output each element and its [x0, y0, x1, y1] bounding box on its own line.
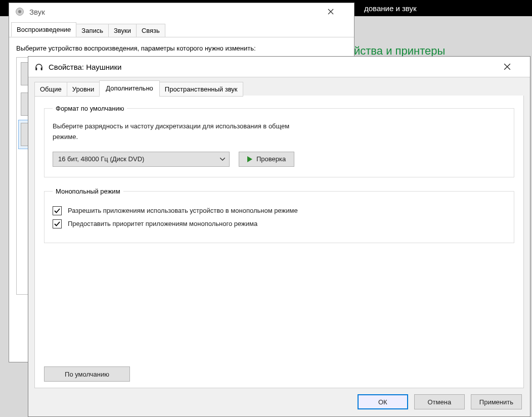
ok-button[interactable]: ОК [358, 394, 408, 409]
checkbox-allow-exclusive-label: Разрешить приложениям использовать устро… [68, 207, 298, 214]
apply-button-label: Применить [479, 398, 513, 406]
sound-titlebar[interactable]: Звук [9, 3, 354, 20]
close-icon [504, 63, 511, 70]
tab-spatial[interactable]: Пространственный звук [159, 82, 243, 97]
cancel-button-label: Отмена [428, 398, 452, 406]
tab-playback-label: Воспроизведение [17, 26, 71, 33]
apply-button[interactable]: Применить [471, 394, 522, 409]
checkbox-priority-row: Предоставить приоритет приложениям моноп… [53, 219, 506, 228]
tab-comm[interactable]: Связь [136, 24, 165, 37]
checkmark-icon [54, 221, 60, 227]
properties-window: Свойства: Наушники Общие Уровни Дополнит… [28, 57, 530, 416]
tab-recording[interactable]: Запись [76, 24, 109, 37]
ok-button-label: ОК [378, 398, 387, 406]
properties-content: Общие Уровни Дополнительно Пространствен… [28, 77, 530, 416]
tab-general[interactable]: Общие [34, 82, 67, 97]
play-icon [247, 156, 252, 162]
sound-hint: Выберите устройство воспроизведения, пар… [16, 44, 347, 52]
default-format-legend: Формат по умолчанию [53, 105, 127, 112]
headphones-icon [34, 62, 43, 71]
checkmark-icon [54, 208, 60, 214]
panel-spacer [44, 253, 514, 366]
properties-titlebar[interactable]: Свойства: Наушники [28, 57, 530, 77]
checkbox-exclusive-priority-label: Предоставить приоритет приложениям моноп… [68, 220, 257, 227]
background-link-text: йства и принтеры [354, 44, 445, 57]
test-button-label: Проверка [256, 155, 286, 163]
format-selected-value: 16 бит, 48000 Гц (Диск DVD) [58, 155, 144, 163]
tab-sounds[interactable]: Звуки [108, 24, 137, 37]
properties-close-button[interactable] [504, 63, 524, 70]
dialog-footer: ОК Отмена Применить [34, 388, 524, 410]
tab-playback[interactable]: Воспроизведение [11, 22, 76, 37]
restore-defaults-label: По умолчанию [65, 370, 109, 378]
svg-rect-3 [41, 68, 42, 70]
chevron-down-icon [219, 158, 226, 161]
default-format-desc: Выберите разрядность и частоту дискретиз… [53, 121, 316, 143]
restore-defaults-button[interactable]: По умолчанию [44, 366, 130, 382]
background-devices-link[interactable]: йства и принтеры [354, 44, 445, 58]
checkbox-allow-exclusive-row: Разрешить приложениям использовать устро… [53, 206, 506, 215]
sound-window-title: Звук [29, 8, 323, 16]
test-button[interactable]: Проверка [239, 152, 294, 167]
svg-point-1 [18, 10, 21, 13]
tab-sounds-label: Звуки [114, 27, 131, 34]
tab-general-label: Общие [40, 85, 62, 93]
close-icon [328, 9, 334, 15]
background-title-text: дование и звук [364, 4, 417, 13]
tab-recording-label: Запись [81, 27, 103, 34]
tab-advanced-label: Дополнительно [106, 84, 153, 92]
checkbox-exclusive-priority[interactable] [53, 219, 62, 228]
tab-comm-label: Связь [142, 27, 160, 34]
tab-levels[interactable]: Уровни [67, 82, 100, 97]
speaker-icon [15, 7, 24, 16]
default-format-group: Формат по умолчанию Выберите разрядность… [44, 105, 514, 177]
tab-advanced[interactable]: Дополнительно [99, 80, 160, 96]
sound-close-button[interactable] [328, 9, 348, 15]
advanced-panel: Формат по умолчанию Выберите разрядность… [34, 96, 524, 388]
svg-rect-2 [35, 68, 37, 70]
properties-tabs: Общие Уровни Дополнительно Пространствен… [34, 77, 524, 96]
properties-window-title: Свойства: Наушники [49, 63, 499, 71]
checkbox-allow-exclusive[interactable] [53, 206, 62, 215]
tab-levels-label: Уровни [72, 85, 94, 93]
sound-tabs: Воспроизведение Запись Звуки Связь [9, 20, 354, 37]
exclusive-legend: Монопольный режим [53, 188, 123, 195]
defaults-row: По умолчанию [44, 366, 514, 382]
format-row: 16 бит, 48000 Гц (Диск DVD) Проверка [53, 152, 506, 167]
format-dropdown[interactable]: 16 бит, 48000 Гц (Диск DVD) [53, 152, 230, 167]
exclusive-mode-group: Монопольный режим Разрешить приложениям … [44, 188, 514, 243]
tab-spatial-label: Пространственный звук [165, 85, 238, 93]
cancel-button[interactable]: Отмена [414, 394, 465, 409]
